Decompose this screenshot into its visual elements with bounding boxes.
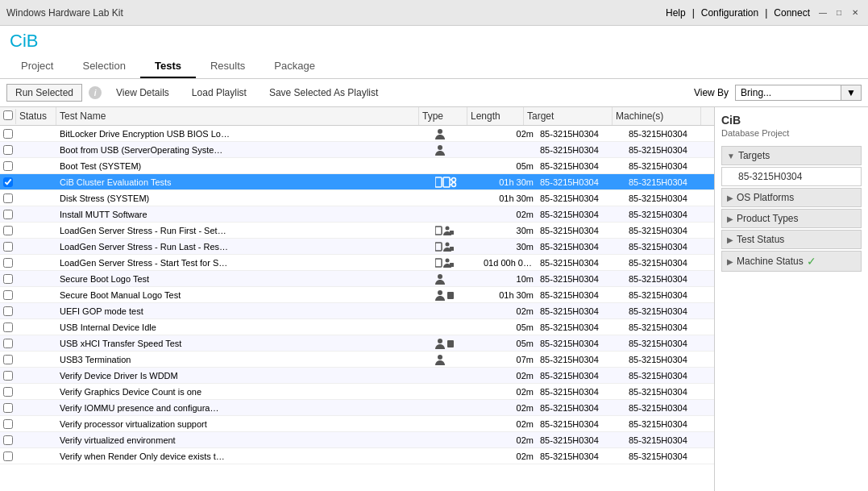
tree-os-platforms[interactable]: ▶ OS Platforms xyxy=(721,188,862,207)
row-checkbox[interactable] xyxy=(0,224,16,237)
tree-section-product-types: ▶ Product Types xyxy=(721,209,862,228)
load-playlist-button[interactable]: Load Playlist xyxy=(184,85,255,101)
row-length: 05m xyxy=(480,337,537,350)
row-checkbox[interactable] xyxy=(0,450,16,463)
row-checkbox[interactable] xyxy=(0,353,16,366)
row-length: 07m xyxy=(480,353,537,366)
row-target: 85-3215H0304 xyxy=(537,450,625,463)
row-length: 05m xyxy=(480,321,537,334)
row-target: 85-3215H0304 xyxy=(537,434,625,447)
table-row[interactable]: CiB Cluster Evaluation Tests 01h 30m 85-… xyxy=(0,174,714,190)
row-status xyxy=(16,390,56,393)
table-row[interactable]: UEFI GOP mode test 02m 85-3215H0304 85-3… xyxy=(0,303,714,319)
table-row[interactable]: Boot from USB (ServerOperating Syste… 85… xyxy=(0,142,714,158)
tree-machine-status[interactable]: ▶ Machine Status ✓ xyxy=(721,251,862,272)
row-checkbox[interactable] xyxy=(0,176,16,189)
configuration-link[interactable]: Configuration xyxy=(701,7,758,19)
svg-rect-3 xyxy=(443,177,450,187)
target-item[interactable]: 85-3215H0304 xyxy=(721,167,862,186)
row-checkbox[interactable] xyxy=(0,273,16,285)
chevron-right-icon: ▶ xyxy=(727,193,733,202)
row-machine: 85-3215H0304 xyxy=(625,160,714,173)
row-checkbox[interactable] xyxy=(0,144,16,156)
tree-targets[interactable]: ▼ Targets xyxy=(721,146,862,165)
table-body: BitLocker Drive Encryption USB BIOS Lo… … xyxy=(0,126,714,491)
select-all-checkbox[interactable] xyxy=(3,110,13,120)
tree-section-test-status: ▶ Test Status xyxy=(721,230,862,249)
svg-rect-8 xyxy=(435,227,442,235)
tree-test-status[interactable]: ▶ Test Status xyxy=(721,230,862,249)
maximize-button[interactable]: □ xyxy=(833,6,845,19)
table-row[interactable]: Disk Stress (SYSTEM) 01h 30m 85-3215H030… xyxy=(0,190,714,206)
table-row[interactable]: Verify virtualized environment 02m 85-32… xyxy=(0,432,714,448)
row-checkbox[interactable] xyxy=(0,256,16,269)
app: CiB Project Selection Tests Results Pack… xyxy=(0,26,868,491)
table-row[interactable]: Secure Boot Logo Test 10m 85-3215H0304 8… xyxy=(0,271,714,287)
chevron-down-icon: ▼ xyxy=(727,152,735,160)
row-target: 85-3215H0304 xyxy=(537,144,625,156)
row-checkbox[interactable] xyxy=(0,434,16,447)
connect-link[interactable]: Connect xyxy=(774,7,810,19)
row-status xyxy=(16,132,56,135)
table-row[interactable]: Secure Boot Manual Logo Test 01h 30m 85-… xyxy=(0,287,714,303)
row-checkbox[interactable] xyxy=(0,385,16,398)
row-checkbox[interactable] xyxy=(0,208,16,221)
table-row[interactable]: Verify when Render Only device exists t…… xyxy=(0,448,714,464)
tab-package[interactable]: Package xyxy=(260,55,330,78)
tab-selection[interactable]: Selection xyxy=(68,55,139,78)
row-checkbox[interactable] xyxy=(0,240,16,253)
row-name: Secure Boot Manual Logo Test xyxy=(56,289,432,302)
table-row[interactable]: Verify IOMMU presence and configura… 02m… xyxy=(0,400,714,416)
row-checkbox[interactable] xyxy=(0,402,16,414)
table-row[interactable]: LoadGen Server Stress - Run First - Set…… xyxy=(0,223,714,239)
row-checkbox[interactable] xyxy=(0,369,16,382)
row-checkbox[interactable] xyxy=(0,127,16,140)
row-checkbox[interactable] xyxy=(0,418,16,431)
save-playlist-button[interactable]: Save Selected As Playlist xyxy=(261,85,386,101)
row-checkbox[interactable] xyxy=(0,160,16,173)
table-row[interactable]: USB xHCI Transfer Speed Test 05m 85-3215… xyxy=(0,335,714,352)
tab-tests[interactable]: Tests xyxy=(140,55,196,78)
row-machine: 85-3215H0304 xyxy=(625,240,714,253)
row-type xyxy=(432,197,480,200)
svg-point-5 xyxy=(452,182,456,186)
row-machine: 85-3215H0304 xyxy=(625,321,714,334)
row-length: 30m xyxy=(480,240,537,253)
table-row[interactable]: Verify Device Driver Is WDDM 02m 85-3215… xyxy=(0,368,714,384)
table-row[interactable]: Install MUTT Software 02m 85-3215H0304 8… xyxy=(0,206,714,223)
run-selected-button[interactable]: Run Selected xyxy=(6,84,82,102)
row-name: Verify processor virtualization support xyxy=(56,418,432,431)
table-row[interactable]: LoadGen Server Stress - Start Test for S… xyxy=(0,255,714,271)
viewby-dropdown[interactable]: ▼ xyxy=(735,85,862,101)
table-row[interactable]: Boot Test (SYSTEM) 05m 85-3215H0304 85-3… xyxy=(0,158,714,174)
row-checkbox[interactable] xyxy=(0,321,16,334)
row-type xyxy=(432,326,480,329)
viewby-input[interactable] xyxy=(736,85,841,100)
row-machine: 85-3215H0304 xyxy=(625,176,714,189)
row-target: 85-3215H0304 xyxy=(537,256,625,269)
table-row[interactable]: LoadGen Server Stress - Run Last - Res… … xyxy=(0,239,714,255)
table-row[interactable]: USB3 Termination 07m 85-3215H0304 85-321… xyxy=(0,352,714,368)
viewby-arrow[interactable]: ▼ xyxy=(841,85,861,100)
minimize-button[interactable]: — xyxy=(816,6,829,19)
help-link[interactable]: Help xyxy=(666,7,686,19)
close-button[interactable]: ✕ xyxy=(849,6,862,19)
title-bar: Windows Hardware Lab Kit Help | Configur… xyxy=(0,0,868,26)
table-row[interactable]: Verify Graphics Device Count is one 02m … xyxy=(0,384,714,400)
machine-status-label: Machine Status xyxy=(737,256,804,267)
test-list-panel: Status Test Name Type Length Target Mach… xyxy=(0,107,715,491)
row-checkbox[interactable] xyxy=(0,289,16,302)
row-checkbox[interactable] xyxy=(0,305,16,318)
view-details-button[interactable]: View Details xyxy=(108,85,177,101)
tab-results[interactable]: Results xyxy=(196,55,260,78)
table-row[interactable]: Verify processor virtualization support … xyxy=(0,416,714,432)
tree-product-types[interactable]: ▶ Product Types xyxy=(721,209,862,228)
row-checkbox[interactable] xyxy=(0,192,16,205)
tab-project[interactable]: Project xyxy=(6,55,68,78)
row-target: 85-3215H0304 xyxy=(537,289,625,302)
table-row[interactable]: USB Internal Device Idle 05m 85-3215H030… xyxy=(0,319,714,335)
row-name: Disk Stress (SYSTEM) xyxy=(56,192,432,205)
row-checkbox[interactable] xyxy=(0,337,16,350)
table-row[interactable]: BitLocker Drive Encryption USB BIOS Lo… … xyxy=(0,126,714,142)
app-name: CiB xyxy=(0,26,868,55)
